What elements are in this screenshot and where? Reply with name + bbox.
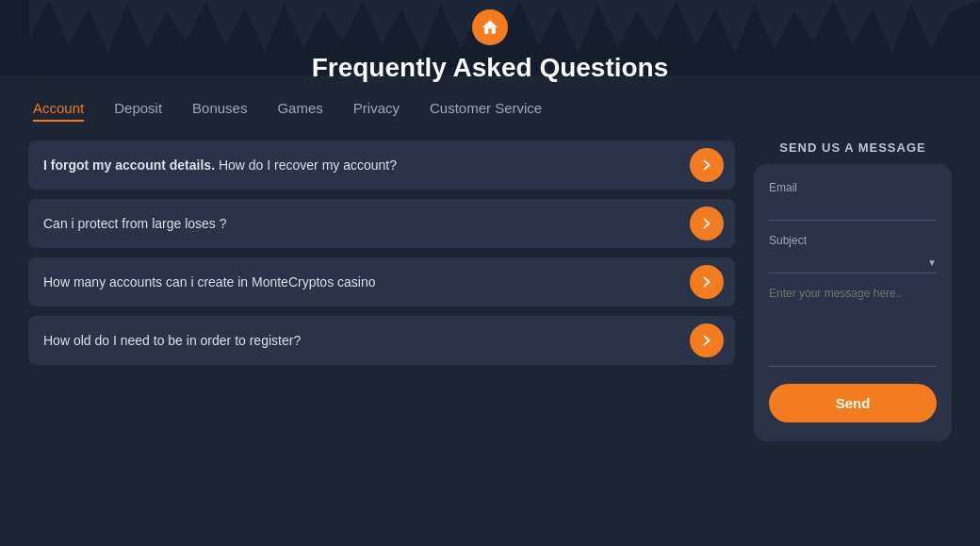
faq-item-4-text: How old do I need to be in order to regi… [43, 333, 301, 348]
faq-item-4-arrow[interactable] [690, 323, 724, 357]
message-textarea[interactable] [769, 287, 937, 367]
email-label: Email [769, 181, 937, 194]
faq-item-2-arrow[interactable] [690, 207, 724, 240]
email-field-wrap: Email [769, 181, 937, 221]
subject-select-wrap: Account Deposit Bonuses Technical ▼ [769, 251, 937, 273]
contact-form-title: SEND US A MESSAGE [754, 141, 952, 155]
email-input[interactable] [769, 198, 937, 221]
tab-deposit[interactable]: Deposit [114, 100, 162, 122]
faq-item-4[interactable]: How old do I need to be in order to regi… [28, 316, 735, 365]
faq-item-3-text: How many accounts can i create in MonteC… [43, 274, 376, 290]
contact-form-card: Email Subject Account Deposit Bonuses Te… [754, 164, 952, 441]
faq-item-2[interactable]: Can i protect from large loses ? [28, 199, 735, 248]
tab-bonuses[interactable]: Bonuses [192, 100, 247, 122]
tab-games[interactable]: Games [277, 100, 322, 122]
tab-account[interactable]: Account [33, 100, 84, 122]
faq-item-1-arrow[interactable] [690, 148, 724, 182]
send-button[interactable]: Send [769, 384, 937, 422]
page-title: Frequently Asked Questions [28, 53, 952, 83]
tab-customer-service[interactable]: Customer Service [430, 100, 542, 122]
faq-item-2-text: Can i protect from large loses ? [43, 216, 227, 231]
tab-privacy[interactable]: Privacy [353, 100, 400, 122]
main-layout: I forgot my account details. How do I re… [28, 141, 952, 441]
home-icon[interactable] [472, 9, 508, 45]
message-field-wrap [769, 287, 937, 367]
faq-item-3-arrow[interactable] [690, 265, 724, 299]
faq-item-3[interactable]: How many accounts can i create in MonteC… [28, 257, 735, 306]
faq-item-1[interactable]: I forgot my account details. How do I re… [28, 141, 735, 190]
subject-field-wrap: Subject Account Deposit Bonuses Technica… [769, 234, 937, 273]
subject-select[interactable]: Account Deposit Bonuses Technical [769, 251, 937, 273]
contact-form: SEND US A MESSAGE Email Subject Account … [754, 141, 952, 441]
faq-nav: Account Deposit Bonuses Games Privacy Cu… [28, 100, 952, 122]
faq-section: I forgot my account details. How do I re… [28, 141, 735, 441]
subject-label: Subject [769, 234, 937, 247]
faq-item-1-text: I forgot my account details. How do I re… [43, 157, 397, 173]
